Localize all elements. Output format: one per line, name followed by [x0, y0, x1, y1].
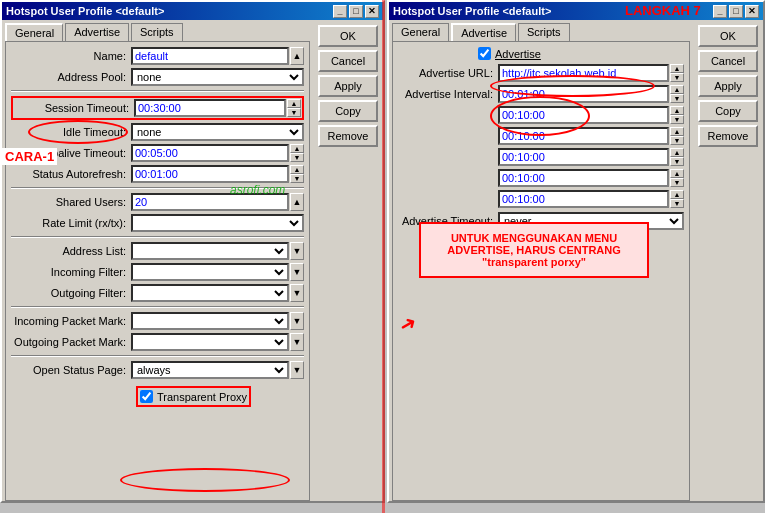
tab-advertise-left[interactable]: Advertise: [65, 23, 129, 41]
outgoing-packet-wrapper: [131, 333, 289, 351]
right-close-btn[interactable]: ✕: [745, 5, 759, 18]
idle-timeout-select[interactable]: none: [131, 123, 304, 141]
interval2-down[interactable]: ▼: [670, 115, 684, 124]
incoming-filter-scroll[interactable]: ▼: [290, 263, 304, 281]
advertise-url-row: Advertise URL: ▲ ▼: [398, 64, 684, 82]
advertise-url-spinner: ▲ ▼: [670, 64, 684, 82]
address-pool-select[interactable]: none: [131, 68, 304, 86]
interval4-up[interactable]: ▲: [670, 148, 684, 157]
advertise-url-input[interactable]: [498, 64, 669, 82]
incoming-filter-select[interactable]: [131, 263, 289, 281]
interval3-down[interactable]: ▼: [670, 136, 684, 145]
autorefresh-spinner: ▲ ▼: [290, 165, 304, 183]
left-window: Hotspot User Profile <default> _ □ ✕ Gen…: [0, 0, 385, 503]
address-pool-row: Address Pool: none: [11, 68, 304, 86]
tab-scripts-right[interactable]: Scripts: [518, 23, 570, 41]
right-remove-button[interactable]: Remove: [698, 125, 758, 147]
right-ok-button[interactable]: OK: [698, 25, 758, 47]
keepalive-row: Keepalive Timeout: ▲ ▼: [11, 144, 304, 162]
session-timeout-up[interactable]: ▲: [287, 99, 301, 108]
left-maximize-btn[interactable]: □: [349, 5, 363, 18]
session-timeout-input[interactable]: [134, 99, 286, 117]
interval6-down[interactable]: ▼: [670, 199, 684, 208]
session-timeout-down[interactable]: ▼: [287, 108, 301, 117]
interval4-input[interactable]: [498, 148, 669, 166]
rate-limit-wrapper: [131, 214, 304, 232]
advertise-interval-input[interactable]: [498, 85, 669, 103]
advertise-checkbox[interactable]: [478, 47, 491, 60]
interval2-row: ▲ ▼: [398, 106, 684, 124]
outgoing-packet-select[interactable]: [131, 333, 289, 351]
left-title-bar: Hotspot User Profile <default> _ □ ✕: [2, 2, 383, 20]
left-copy-button[interactable]: Copy: [318, 100, 378, 122]
interval3-input[interactable]: [498, 127, 669, 145]
left-close-btn[interactable]: ✕: [365, 5, 379, 18]
keepalive-down[interactable]: ▼: [290, 153, 304, 162]
advertise-interval-down[interactable]: ▼: [670, 94, 684, 103]
open-status-select[interactable]: always: [131, 361, 289, 379]
left-buttons-col: OK Cancel Apply Copy Remove: [313, 20, 383, 501]
right-copy-button[interactable]: Copy: [698, 100, 758, 122]
right-apply-button[interactable]: Apply: [698, 75, 758, 97]
interval4-down[interactable]: ▼: [670, 157, 684, 166]
advertise-url-down[interactable]: ▼: [670, 73, 684, 82]
incoming-packet-select[interactable]: [131, 312, 289, 330]
left-remove-button[interactable]: Remove: [318, 125, 378, 147]
interval4-row: ▲ ▼: [398, 148, 684, 166]
advertise-checkbox-row: Advertise: [398, 47, 684, 60]
address-list-wrapper: [131, 242, 289, 260]
autorefresh-input[interactable]: [131, 165, 289, 183]
shared-users-scroll[interactable]: ▲: [290, 193, 304, 211]
interval3-row: ▲ ▼: [398, 127, 684, 145]
advertise-timeout-select[interactable]: never: [498, 212, 684, 230]
arrow-decoration: ➜: [394, 309, 421, 338]
name-scroll[interactable]: ▲: [290, 47, 304, 65]
tab-scripts-left[interactable]: Scripts: [131, 23, 183, 41]
outgoing-packet-scroll[interactable]: ▼: [290, 333, 304, 351]
interval5-input[interactable]: [498, 169, 669, 187]
left-minimize-btn[interactable]: _: [333, 5, 347, 18]
outgoing-filter-scroll[interactable]: ▼: [290, 284, 304, 302]
open-status-wrapper: always: [131, 361, 289, 379]
shared-users-input[interactable]: [131, 193, 289, 211]
interval2-up[interactable]: ▲: [670, 106, 684, 115]
rate-limit-select[interactable]: [131, 214, 304, 232]
tab-general-right[interactable]: General: [392, 23, 449, 41]
autorefresh-up[interactable]: ▲: [290, 165, 304, 174]
interval5-down[interactable]: ▼: [670, 178, 684, 187]
tab-advertise-right[interactable]: Advertise: [451, 23, 516, 41]
keepalive-input[interactable]: [131, 144, 289, 162]
right-cancel-button[interactable]: Cancel: [698, 50, 758, 72]
right-maximize-btn[interactable]: □: [729, 5, 743, 18]
incoming-packet-label: Incoming Packet Mark:: [11, 315, 131, 327]
right-minimize-btn[interactable]: _: [713, 5, 727, 18]
transparent-proxy-checkbox[interactable]: [140, 390, 153, 403]
autorefresh-down[interactable]: ▼: [290, 174, 304, 183]
advertise-interval-up[interactable]: ▲: [670, 85, 684, 94]
open-status-row: Open Status Page: always ▼: [11, 361, 304, 379]
autorefresh-label: Status Autorefresh:: [11, 168, 131, 180]
advertise-timeout-row: Advertise Timeout: never: [398, 212, 684, 230]
interval6-spinner: ▲ ▼: [670, 190, 684, 208]
incoming-packet-scroll[interactable]: ▼: [290, 312, 304, 330]
idle-timeout-label: Idle Timeout:: [11, 126, 131, 138]
open-status-scroll[interactable]: ▼: [290, 361, 304, 379]
name-input[interactable]: [131, 47, 289, 65]
address-list-select[interactable]: [131, 242, 289, 260]
outgoing-filter-select[interactable]: [131, 284, 289, 302]
keepalive-up[interactable]: ▲: [290, 144, 304, 153]
left-apply-button[interactable]: Apply: [318, 75, 378, 97]
left-ok-button[interactable]: OK: [318, 25, 378, 47]
transparent-proxy-label: Transparent Proxy: [157, 391, 247, 403]
incoming-filter-row: Incoming Filter: ▼: [11, 263, 304, 281]
left-cancel-button[interactable]: Cancel: [318, 50, 378, 72]
interval2-input[interactable]: [498, 106, 669, 124]
interval5-up[interactable]: ▲: [670, 169, 684, 178]
interval6-up[interactable]: ▲: [670, 190, 684, 199]
tab-general-left[interactable]: General: [5, 23, 63, 41]
interval6-input[interactable]: [498, 190, 669, 208]
advertise-interval-spinner: ▲ ▼: [670, 85, 684, 103]
advertise-url-up[interactable]: ▲: [670, 64, 684, 73]
address-list-scroll[interactable]: ▼: [290, 242, 304, 260]
interval3-up[interactable]: ▲: [670, 127, 684, 136]
